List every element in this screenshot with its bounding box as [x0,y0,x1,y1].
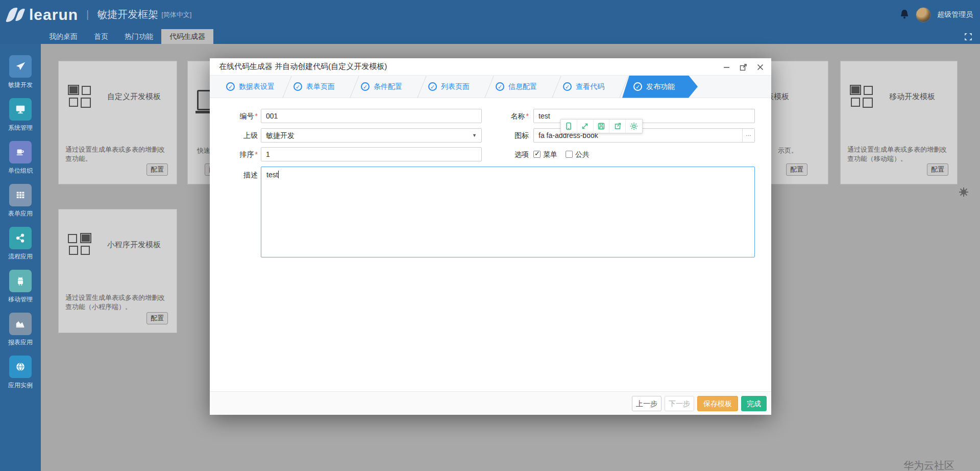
icon-picker-button[interactable]: ... [742,129,754,142]
sidebar-item-agile-dev[interactable]: 敏捷开发 [0,55,41,89]
finish-button[interactable]: 完成 [741,396,767,411]
language-tag: [简体中文] [161,10,191,19]
monitor-icon [15,104,26,115]
step-view-code[interactable]: ✓ 查看代码 [557,76,624,98]
settings-gear-icon[interactable] [959,187,969,197]
step-info-config[interactable]: ✓ 信息配置 [489,76,556,98]
table-grid-icon [15,190,26,201]
checkbox-checked-icon[interactable] [533,151,541,158]
parent-label: 上级 [213,128,258,143]
tab-home[interactable]: 首页 [86,29,116,44]
step-data-table-setup[interactable]: ✓ 数据表设置 [220,76,287,98]
template-card-mobile: 移动开发模板 通过设置生成单表或多表的增删改查功能（移动端）。 配置 [840,61,958,184]
check-circle-icon: ✓ [226,82,235,91]
card-description: 通过设置生成单表或多表的增删改查功能（移动端）。 [847,145,952,163]
check-circle-icon: ✓ [293,82,302,91]
sidebar-item-label: 敏捷开发 [0,81,41,89]
tab-code-generator[interactable]: 代码生成器 [161,29,213,44]
sidebar-item-label: 流程应用 [0,252,41,261]
check-circle-icon: ✓ [496,82,504,91]
card-icon-cluster [850,85,878,113]
configure-button[interactable]: 配置 [146,163,168,176]
menu-checkbox-option[interactable]: 菜单 [533,150,557,159]
sidebar-item-label: 系统管理 [0,124,41,132]
next-step-button[interactable]: 下一步 [665,396,694,411]
tab-strip: 我的桌面 首页 热门功能 代码生成器 [41,29,980,44]
window-controls [723,58,764,76]
sort-input[interactable] [261,147,482,161]
options-group: 菜单 公共 [533,150,590,159]
card-icon-cluster [68,233,96,262]
code-generator-dialog: 在线代码生成器 并自动创建代码(自定义开发模板) ✓ 数据表设置 ✓ 表单页面 [210,58,771,415]
code-input[interactable] [261,109,482,123]
check-circle-icon: ✓ [563,82,572,91]
wizard-steps: ✓ 数据表设置 ✓ 表单页面 ✓ 条件配置 ✓ 列表页面 ✓ 信息配置 ✓ 查看… [210,76,771,98]
description-label: 描述 [213,168,258,182]
card-description-fragment: 示页。 [778,146,798,155]
tab-hot-functions[interactable]: 热门功能 [116,29,161,44]
app-header: learun | 敏捷开发框架 [简体中文] 超级管理员 我的桌面 首页 热门功… [0,0,980,44]
save-icon[interactable] [594,120,610,133]
tile [9,55,32,78]
export-icon[interactable] [609,120,626,133]
save-template-button[interactable]: 保存模板 [697,396,738,411]
gear-icon[interactable] [626,120,642,133]
tile [9,184,32,206]
options-label: 选项 [484,147,529,161]
parent-select[interactable]: 敏捷开发 ▼ [261,128,482,143]
sidebar-item-mobile-mgmt[interactable]: 移动管理 [0,270,41,304]
card-title: 移动开发模板 [889,92,935,102]
sidebar-item-report-apps[interactable]: 报表应用 [0,313,41,347]
mobile-icon[interactable] [561,120,577,133]
sidebar-item-workflow-apps[interactable]: 流程应用 [0,227,41,261]
public-checkbox-option[interactable]: 公共 [566,150,590,159]
chevron-down-icon: ▼ [472,129,477,142]
paper-plane-icon [15,61,26,72]
fullscreen-icon[interactable] [964,32,973,41]
step-form-page[interactable]: ✓ 表单页面 [287,76,354,98]
minimize-icon[interactable] [723,63,730,71]
notification-bell-icon[interactable] [899,9,910,20]
sidebar-item-label: 移动管理 [0,295,41,304]
sidebar-item-form-apps[interactable]: 表单应用 [0,184,41,218]
sort-label: 排序* [213,147,258,161]
sidebar-item-label: 报表应用 [0,338,41,347]
sidebar-item-org-units[interactable]: 单位组织 [0,141,41,175]
expand-icon[interactable] [577,120,594,133]
configure-button[interactable]: 配置 [146,312,168,324]
dialog-titlebar: 在线代码生成器 并自动创建代码(自定义开发模板) [210,58,771,76]
previous-step-button[interactable]: 上一步 [632,396,662,411]
checkbox-unchecked-icon[interactable] [566,151,573,158]
sidebar-item-app-instances[interactable]: 应用实例 [0,356,41,390]
floating-utility-toolbar [560,119,643,133]
description-textarea[interactable]: test [261,167,755,257]
check-circle-icon: ✓ [428,82,437,91]
step-list-page[interactable]: ✓ 列表页面 [422,76,489,98]
text-cursor [278,171,279,178]
card-description: 通过设置生成单表或多表的增删改查功能。 [65,145,170,163]
tab-my-desktop[interactable]: 我的桌面 [41,29,86,44]
sidebar-item-label: 单位组织 [0,167,41,175]
brand-separator: | [86,9,89,20]
close-icon[interactable] [756,63,764,71]
card-description: 通过设置生成单表或多表的增删改查功能（小程序端）。 [65,293,170,312]
user-avatar[interactable] [916,7,931,22]
username[interactable]: 超级管理员 [937,10,973,19]
product-name: 敏捷开发框架 [97,8,158,21]
card-title: 自定义开发模板 [107,92,161,102]
tile [9,98,32,121]
restore-window-icon[interactable] [740,63,747,71]
sidebar-item-system-mgmt[interactable]: 系统管理 [0,98,41,132]
coffee-cup-icon [15,147,26,158]
area-chart-icon [15,318,26,329]
tile [9,356,32,378]
android-icon [15,275,26,287]
step-condition-config[interactable]: ✓ 条件配置 [355,76,422,98]
step-publish-function[interactable]: ✓ 发布功能 [622,76,698,98]
globe-icon [15,361,26,372]
configure-button[interactable]: 配置 [786,163,807,176]
sidebar-item-label: 应用实例 [0,381,41,390]
learun-logo-icon [8,8,23,22]
code-label: 编号* [213,109,258,123]
configure-button[interactable]: 配置 [927,163,948,176]
